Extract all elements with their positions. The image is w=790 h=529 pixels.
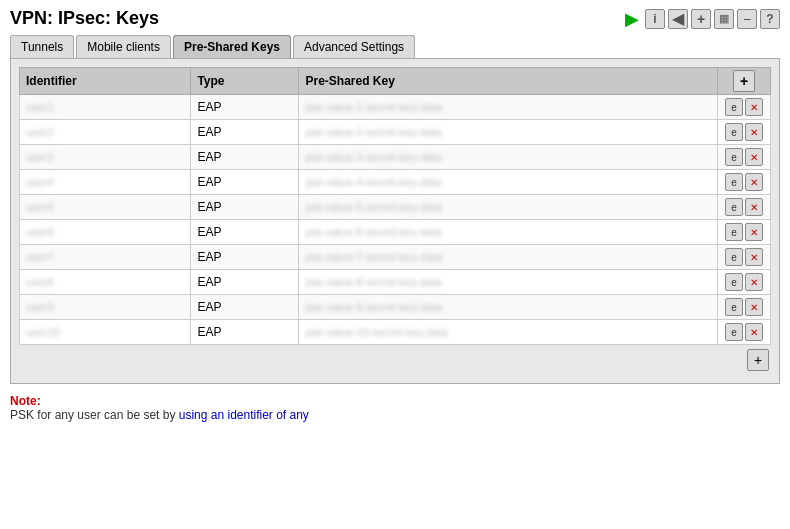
add-button-bottom-row: + — [19, 345, 771, 375]
cell-type: EAP — [191, 270, 299, 295]
cell-psk: psk-value-4-secret-key-data — [299, 170, 718, 195]
cell-identifier: user10 — [20, 320, 191, 345]
table-row: user9EAPpsk-value-9-secret-key-datae✕ — [20, 295, 771, 320]
cell-identifier: user1 — [20, 95, 191, 120]
cell-type: EAP — [191, 120, 299, 145]
main-content: Identifier Type Pre-Shared Key + user1EA… — [10, 58, 780, 384]
tab-mobile-clients[interactable]: Mobile clients — [76, 35, 171, 58]
edit-button[interactable]: e — [725, 323, 743, 341]
cell-actions: e✕ — [718, 245, 771, 270]
cell-type: EAP — [191, 95, 299, 120]
tab-pre-shared-keys[interactable]: Pre-Shared Keys — [173, 35, 291, 58]
delete-button[interactable]: ✕ — [745, 323, 763, 341]
delete-button[interactable]: ✕ — [745, 98, 763, 116]
table-row: user10EAPpsk-value-10-secret-key-datae✕ — [20, 320, 771, 345]
cell-psk: psk-value-7-secret-key-data — [299, 245, 718, 270]
cell-psk: psk-value-10-secret-key-data — [299, 320, 718, 345]
edit-button[interactable]: e — [725, 223, 743, 241]
cell-psk: psk-value-3-secret-key-data — [299, 145, 718, 170]
delete-button[interactable]: ✕ — [745, 223, 763, 241]
edit-button[interactable]: e — [725, 273, 743, 291]
delete-button[interactable]: ✕ — [745, 148, 763, 166]
table-row: user4EAPpsk-value-4-secret-key-datae✕ — [20, 170, 771, 195]
delete-button[interactable]: ✕ — [745, 273, 763, 291]
info-icon[interactable]: i — [645, 9, 665, 29]
cell-identifier: user3 — [20, 145, 191, 170]
tab-advanced-settings[interactable]: Advanced Settings — [293, 35, 415, 58]
col-psk: Pre-Shared Key — [299, 68, 718, 95]
table-row: user7EAPpsk-value-7-secret-key-datae✕ — [20, 245, 771, 270]
cell-type: EAP — [191, 320, 299, 345]
cell-identifier: user5 — [20, 195, 191, 220]
cell-type: EAP — [191, 145, 299, 170]
edit-button[interactable]: e — [725, 198, 743, 216]
cell-type: EAP — [191, 295, 299, 320]
cell-identifier: user4 — [20, 170, 191, 195]
table-row: user1EAPpsk-value-1-secret-key-datae✕ — [20, 95, 771, 120]
table-row: user2EAPpsk-value-2-secret-key-datae✕ — [20, 120, 771, 145]
tab-tunnels[interactable]: Tunnels — [10, 35, 74, 58]
cell-actions: e✕ — [718, 220, 771, 245]
help-icon[interactable]: ? — [760, 9, 780, 29]
cell-type: EAP — [191, 195, 299, 220]
cell-psk: psk-value-1-secret-key-data — [299, 95, 718, 120]
delete-button[interactable]: ✕ — [745, 123, 763, 141]
cell-psk: psk-value-8-secret-key-data — [299, 270, 718, 295]
cell-psk: psk-value-6-secret-key-data — [299, 220, 718, 245]
cell-type: EAP — [191, 170, 299, 195]
add-icon[interactable]: + — [691, 9, 711, 29]
cell-actions: e✕ — [718, 170, 771, 195]
cell-psk: psk-value-2-secret-key-data — [299, 120, 718, 145]
cell-identifier: user7 — [20, 245, 191, 270]
note-title: Note: — [10, 394, 780, 408]
tab-bar: Tunnels Mobile clients Pre-Shared Keys A… — [0, 35, 790, 58]
delete-button[interactable]: ✕ — [745, 298, 763, 316]
edit-button[interactable]: e — [725, 248, 743, 266]
cell-psk: psk-value-5-secret-key-data — [299, 195, 718, 220]
cell-identifier: user8 — [20, 270, 191, 295]
table-row: user8EAPpsk-value-8-secret-key-datae✕ — [20, 270, 771, 295]
edit-button[interactable]: e — [725, 148, 743, 166]
table-row: user6EAPpsk-value-6-secret-key-datae✕ — [20, 220, 771, 245]
minus-icon[interactable]: − — [737, 9, 757, 29]
cell-identifier: user9 — [20, 295, 191, 320]
cell-actions: e✕ — [718, 145, 771, 170]
edit-button[interactable]: e — [725, 98, 743, 116]
play-icon[interactable]: ▶ — [622, 9, 642, 29]
cell-type: EAP — [191, 220, 299, 245]
delete-button[interactable]: ✕ — [745, 173, 763, 191]
grid-icon[interactable]: ▦ — [714, 9, 734, 29]
cell-psk: psk-value-9-secret-key-data — [299, 295, 718, 320]
cell-actions: e✕ — [718, 195, 771, 220]
cell-actions: e✕ — [718, 95, 771, 120]
cell-identifier: user6 — [20, 220, 191, 245]
cell-actions: e✕ — [718, 295, 771, 320]
cell-actions: e✕ — [718, 270, 771, 295]
cell-type: EAP — [191, 245, 299, 270]
note-link[interactable]: using an identifier of any — [179, 408, 309, 422]
cell-identifier: user2 — [20, 120, 191, 145]
table-row: user3EAPpsk-value-3-secret-key-datae✕ — [20, 145, 771, 170]
page-title: VPN: IPsec: Keys — [10, 8, 159, 29]
delete-button[interactable]: ✕ — [745, 198, 763, 216]
col-identifier: Identifier — [20, 68, 191, 95]
edit-button[interactable]: e — [725, 298, 743, 316]
note-section: Note: PSK for any user can be set by usi… — [0, 384, 790, 432]
back-icon[interactable]: ◀ — [668, 9, 688, 29]
note-text: PSK for any user can be set by using an … — [10, 408, 780, 422]
add-button-bottom[interactable]: + — [747, 349, 769, 371]
table-row: user5EAPpsk-value-5-secret-key-datae✕ — [20, 195, 771, 220]
keys-table: Identifier Type Pre-Shared Key + user1EA… — [19, 67, 771, 345]
toolbar-icons: ▶ i ◀ + ▦ − ? — [622, 9, 780, 29]
edit-button[interactable]: e — [725, 123, 743, 141]
cell-actions: e✕ — [718, 120, 771, 145]
delete-button[interactable]: ✕ — [745, 248, 763, 266]
add-button-top[interactable]: + — [718, 68, 771, 95]
cell-actions: e✕ — [718, 320, 771, 345]
col-type: Type — [191, 68, 299, 95]
edit-button[interactable]: e — [725, 173, 743, 191]
